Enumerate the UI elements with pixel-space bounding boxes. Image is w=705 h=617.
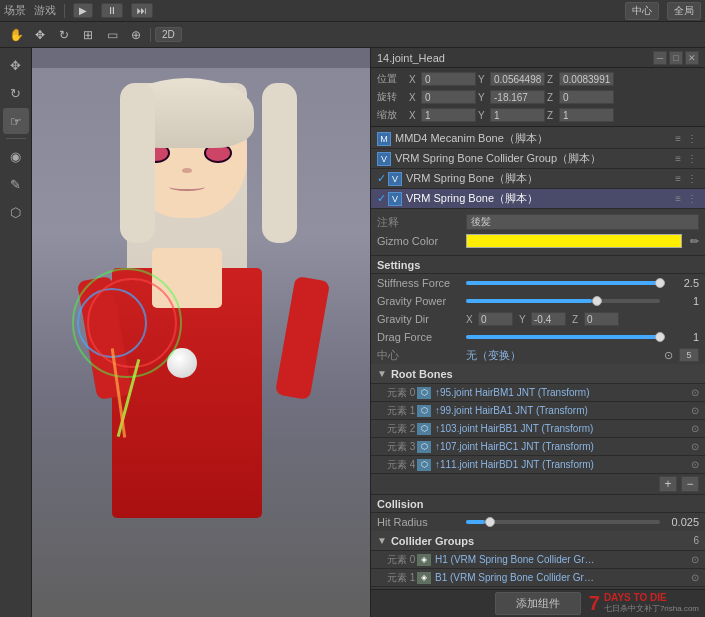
scale-y-input[interactable] <box>490 108 545 122</box>
rotate-handle[interactable]: ↻ <box>3 80 29 106</box>
component-vrm-collider[interactable]: V VRM Spring Bone Collider Group（脚本） ≡ ⋮ <box>371 149 705 169</box>
collider-value-0: H1 (VRM Spring Bone Collider Gr… <box>435 554 691 565</box>
bone-value-4: ↑111.joint HairBD1 JNT (Transform) <box>435 459 691 470</box>
y-label-pos: Y <box>478 74 488 85</box>
viewport[interactable]: ✥ ↻ ☞ ◉ ✎ ⬡ <box>0 48 370 617</box>
bone-action-4[interactable]: ⊙ <box>691 459 699 470</box>
transform-tool-button[interactable]: ⊕ <box>126 25 146 45</box>
collider-index-1: 元素 1 <box>387 571 417 585</box>
bone-icon-0: ⬡ <box>417 387 431 399</box>
rot-x-input[interactable] <box>421 90 476 104</box>
play-button[interactable]: ▶ <box>73 3 93 18</box>
collider-groups-header[interactable]: ▼ Collider Groups 6 <box>371 531 705 551</box>
bone-action-2[interactable]: ⊙ <box>691 423 699 434</box>
minimize-button[interactable]: ─ <box>653 51 667 65</box>
center-count[interactable]: 5 <box>679 348 699 362</box>
vrm-spring1-settings-btn[interactable]: ≡ <box>673 173 683 184</box>
pos-y-input[interactable] <box>490 72 545 86</box>
stiffness-track[interactable] <box>466 281 660 285</box>
hit-radius-track[interactable] <box>466 520 660 524</box>
pos-z-input[interactable] <box>559 72 614 86</box>
center-extra-icon[interactable]: ⊙ <box>664 349 673 362</box>
hair-right <box>262 83 297 243</box>
rect-tool-button[interactable]: ▭ <box>102 25 122 45</box>
close-button[interactable]: ✕ <box>685 51 699 65</box>
gravity-power-value: 1 <box>664 295 699 307</box>
bone-remove-button[interactable]: − <box>681 476 699 492</box>
gravity-power-track[interactable] <box>466 299 660 303</box>
bone-action-1[interactable]: ⊙ <box>691 405 699 416</box>
collider-item-1[interactable]: 元素 1 ◈ B1 (VRM Spring Bone Collider Gr… … <box>371 569 705 587</box>
gizmo-color-label: Gizmo Color <box>377 235 462 247</box>
rot-z-input[interactable] <box>559 90 614 104</box>
gizmo-pencil-icon[interactable]: ✏ <box>690 235 699 248</box>
bone-item-1[interactable]: 元素 1 ⬡ ↑99.joint HairBA1 JNT (Transform)… <box>371 402 705 420</box>
bone-index-0: 元素 0 <box>387 386 417 400</box>
mmd4-settings-btn[interactable]: ≡ <box>673 133 683 144</box>
bone-item-2[interactable]: 元素 2 ⬡ ↑103.joint HairBB1 JNT (Transform… <box>371 420 705 438</box>
scale-z-field: Z <box>547 108 614 122</box>
hand-tool-button[interactable]: ✋ <box>6 25 26 45</box>
drag-force-fill <box>466 335 660 339</box>
bone-action-0[interactable]: ⊙ <box>691 387 699 398</box>
collider-item-0[interactable]: 元素 0 ◈ H1 (VRM Spring Bone Collider Gr… … <box>371 551 705 569</box>
vrm-spring-active-more-btn[interactable]: ⋮ <box>685 193 699 204</box>
gravity-power-label: Gravity Power <box>377 295 462 307</box>
add-component-button[interactable]: 添加组件 <box>495 592 581 615</box>
maximize-button[interactable]: □ <box>669 51 683 65</box>
mmd4-more-btn[interactable]: ⋮ <box>685 133 699 144</box>
drag-force-track[interactable] <box>466 335 660 339</box>
scale-x-input[interactable] <box>421 108 476 122</box>
collider-action-0[interactable]: ⊙ <box>691 554 699 565</box>
gravity-z-input[interactable] <box>584 312 619 326</box>
stiffness-row: Stiffness Force 2.5 <box>371 274 705 292</box>
center-tag[interactable]: 中心 <box>625 2 659 20</box>
vrm-collider-settings: ≡ ⋮ <box>673 153 699 164</box>
bone-item-0[interactable]: 元素 0 ⬡ ↑95.joint HairBM1 JNT (Transform)… <box>371 384 705 402</box>
bone-action-3[interactable]: ⊙ <box>691 441 699 452</box>
bone-item-3[interactable]: 元素 3 ⬡ ↑107.joint HairBC1 JNT (Transform… <box>371 438 705 456</box>
main-area: ✥ ↻ ☞ ◉ ✎ ⬡ <box>0 48 705 617</box>
move-tool-button[interactable]: ✥ <box>30 25 50 45</box>
pause-button[interactable]: ⏸ <box>101 3 123 18</box>
collider-value-1: B1 (VRM Spring Bone Collider Gr… <box>435 572 691 583</box>
gravity-dir-fields: X Y Z <box>466 312 699 326</box>
gravity-x-input[interactable] <box>478 312 513 326</box>
game-tab[interactable]: 游戏 <box>34 3 56 18</box>
root-bones-header[interactable]: ▼ Root Bones <box>371 364 705 384</box>
vrm-spring-active-settings-btn[interactable]: ≡ <box>673 193 683 204</box>
brush-handle[interactable]: ✎ <box>3 171 29 197</box>
mode-2d-tag[interactable]: 2D <box>155 27 182 42</box>
gizmo-color-swatch[interactable] <box>466 234 682 248</box>
comment-input[interactable] <box>466 214 699 230</box>
nose <box>182 168 192 173</box>
root-bones-arrow: ▼ <box>377 368 387 379</box>
component-vrm-spring-active[interactable]: ✓ V VRM Spring Bone（脚本） ≡ ⋮ <box>371 189 705 209</box>
drag-force-thumb <box>655 332 665 342</box>
step-button[interactable]: ⏭ <box>131 3 153 18</box>
bone-add-button[interactable]: + <box>659 476 677 492</box>
global-tag[interactable]: 全局 <box>667 2 701 20</box>
character-view <box>32 68 370 617</box>
scale-z-input[interactable] <box>559 108 614 122</box>
bone-item-4[interactable]: 元素 4 ⬡ ↑111.joint HairBD1 JNT (Transform… <box>371 456 705 474</box>
inspector: 14.joint_Head ─ □ ✕ 位置 X Y <box>370 48 705 617</box>
scene-tab[interactable]: 场景 <box>4 3 26 18</box>
move-handle[interactable]: ✥ <box>3 52 29 78</box>
bone-value-2: ↑103.joint HairBB1 JNT (Transform) <box>435 423 691 434</box>
component-mmd4[interactable]: M MMD4 Mecanim Bone（脚本） ≡ ⋮ <box>371 129 705 149</box>
vrm-spring1-more-btn[interactable]: ⋮ <box>685 173 699 184</box>
collider-action-1[interactable]: ⊙ <box>691 572 699 583</box>
scale-tool-button[interactable]: ⊞ <box>78 25 98 45</box>
collider-groups-arrow: ▼ <box>377 535 387 546</box>
view-handle[interactable]: ◉ <box>3 143 29 169</box>
vrm-collider-settings-btn[interactable]: ≡ <box>673 153 683 164</box>
gravity-y-input[interactable] <box>531 312 566 326</box>
select-handle[interactable]: ☞ <box>3 108 29 134</box>
pos-x-input[interactable] <box>421 72 476 86</box>
mesh-handle[interactable]: ⬡ <box>3 199 29 225</box>
vrm-collider-more-btn[interactable]: ⋮ <box>685 153 699 164</box>
rotate-tool-button[interactable]: ↻ <box>54 25 74 45</box>
component-vrm-spring-1[interactable]: ✓ V VRM Spring Bone（脚本） ≡ ⋮ <box>371 169 705 189</box>
rot-y-input[interactable] <box>490 90 545 104</box>
